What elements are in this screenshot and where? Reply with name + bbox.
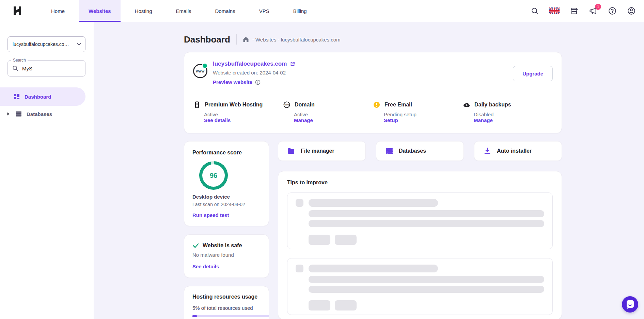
nav-billing[interactable]: Billing	[284, 0, 316, 22]
announcements-icon[interactable]: 1	[589, 6, 598, 15]
external-link-icon[interactable]	[290, 61, 295, 67]
action-label: File manager	[301, 148, 334, 154]
tips-to-improve-card: Tips to improve	[278, 171, 562, 319]
service-action-link[interactable]: See details	[204, 117, 231, 123]
skeleton-button	[335, 300, 357, 310]
run-speed-test-link[interactable]: Run speed test	[192, 212, 229, 218]
top-header: Home Websites Hosting Emails Domains VPS…	[0, 0, 644, 22]
skeleton-title-bar	[309, 265, 438, 272]
skeleton-text-line	[309, 276, 544, 283]
chat-widget-button[interactable]	[622, 296, 638, 313]
performance-last-scan: Last scan on 2024-04-02	[192, 202, 261, 207]
marketplace-icon[interactable]	[570, 6, 579, 15]
service-action-link[interactable]: Manage	[474, 117, 493, 123]
service-action-link[interactable]: Setup	[384, 117, 398, 123]
download-icon	[483, 147, 491, 155]
caret-right-icon[interactable]	[7, 112, 11, 116]
skeleton-button	[309, 300, 330, 310]
website-services-row: Premium Web Hosting Active See details w…	[184, 92, 562, 133]
svg-text:www: www	[284, 104, 289, 106]
action-label: Auto installer	[497, 148, 532, 154]
service-title: Daily backups	[474, 102, 511, 108]
site-selector-dropdown[interactable]: lucysbuffalocupcakes.co…	[7, 36, 85, 52]
resources-usage-text: 5% of total resources used	[192, 305, 261, 311]
nav-home[interactable]: Home	[42, 0, 74, 22]
check-icon	[192, 242, 199, 249]
nav-hosting[interactable]: Hosting	[125, 0, 162, 22]
hostinger-logo-icon	[12, 6, 22, 16]
safety-see-details-link[interactable]: See details	[192, 264, 219, 269]
performance-device: Desktop device	[192, 194, 261, 200]
nav-emails[interactable]: Emails	[166, 0, 201, 22]
skeleton-button	[335, 235, 357, 245]
skeleton-text-line	[309, 220, 544, 227]
dashboard-grid-icon	[14, 94, 20, 100]
nav-domains[interactable]: Domains	[205, 0, 245, 22]
performance-score-value: 96	[202, 164, 225, 187]
auto-installer-card[interactable]: Auto installer	[474, 141, 562, 161]
cloud-backup-icon	[463, 101, 470, 108]
service-status: Disabled	[474, 112, 553, 117]
left-column: Performance score 96 Desktop device Last…	[184, 141, 269, 319]
sidebar-item-databases[interactable]: Databases	[0, 106, 94, 122]
performance-donut: 96	[199, 161, 228, 190]
skeleton-icon	[296, 199, 303, 207]
nav-vps[interactable]: VPS	[250, 0, 279, 22]
tip-skeleton-item	[287, 258, 553, 315]
quick-actions-row: File manager	[278, 141, 562, 161]
nav-websites[interactable]: Websites	[79, 0, 121, 22]
file-manager-card[interactable]: File manager	[278, 141, 366, 161]
skeleton-text-line	[309, 210, 544, 217]
site-selector-value: lucysbuffalocupcakes.co…	[13, 41, 77, 47]
tips-title: Tips to improve	[287, 180, 553, 186]
search-field-label: Search	[11, 58, 28, 63]
website-globe-icon: www	[193, 64, 207, 78]
resources-progress-bar	[192, 315, 269, 317]
warning-icon	[373, 101, 380, 108]
account-icon[interactable]	[627, 6, 636, 15]
performance-score-card: Performance score 96 Desktop device Last…	[184, 141, 269, 226]
globe-www-icon: www	[283, 101, 290, 108]
action-label: Databases	[399, 148, 426, 154]
service-action-link[interactable]: Manage	[294, 117, 313, 123]
page-title: Dashboard	[184, 34, 230, 45]
language-flag-uk-icon[interactable]	[549, 7, 560, 14]
info-icon[interactable]	[255, 80, 261, 85]
search-icon[interactable]	[531, 7, 539, 15]
sidebar: lucysbuffalocupcakes.co… Search MyS	[0, 22, 94, 319]
header-actions: 1	[531, 0, 644, 22]
tip-skeleton-item	[287, 192, 553, 249]
database-icon	[385, 147, 393, 155]
right-column: File manager	[278, 141, 562, 319]
sidebar-item-dashboard[interactable]: Dashboard	[0, 87, 85, 106]
sidebar-item-label: Databases	[27, 111, 52, 117]
service-backups: Daily backups Disabled Manage	[463, 101, 553, 123]
skeleton-title-bar	[309, 199, 438, 207]
databases-card[interactable]: Databases	[376, 141, 464, 161]
skeleton-icon	[296, 265, 303, 272]
main-content: Dashboard - Websites - lucysbuffalocupca…	[94, 22, 644, 319]
service-title: Domain	[295, 102, 315, 108]
server-icon	[193, 101, 201, 108]
help-icon[interactable]	[608, 6, 617, 15]
page-header: Dashboard - Websites - lucysbuffalocupca…	[184, 34, 562, 45]
breadcrumb: - Websites - lucysbuffalocupcakes.com	[252, 37, 341, 43]
upgrade-button[interactable]: Upgrade	[513, 66, 553, 81]
home-icon[interactable]	[243, 36, 249, 43]
service-email: Free Email Pending setup Setup	[373, 101, 463, 123]
skeleton-button	[309, 235, 330, 245]
divider	[236, 34, 237, 45]
service-status: Pending setup	[384, 112, 463, 117]
resources-progress-fill	[192, 315, 197, 317]
service-title: Premium Web Hosting	[205, 102, 263, 108]
preview-website-link[interactable]: Preview website	[213, 79, 252, 85]
sidebar-search-input[interactable]: Search MyS	[7, 60, 85, 77]
hostinger-logo[interactable]	[12, 0, 22, 22]
sidebar-nav: Dashboard	[0, 87, 94, 122]
resources-title: Hosting resources usage	[192, 294, 261, 300]
skeleton-text-line	[309, 286, 544, 293]
website-status-dot	[202, 63, 208, 69]
domain-link[interactable]: lucysbuffalocupcakes.com	[213, 61, 287, 67]
performance-title: Performance score	[192, 150, 261, 156]
service-domain: www Domain Active Manage	[283, 101, 373, 123]
